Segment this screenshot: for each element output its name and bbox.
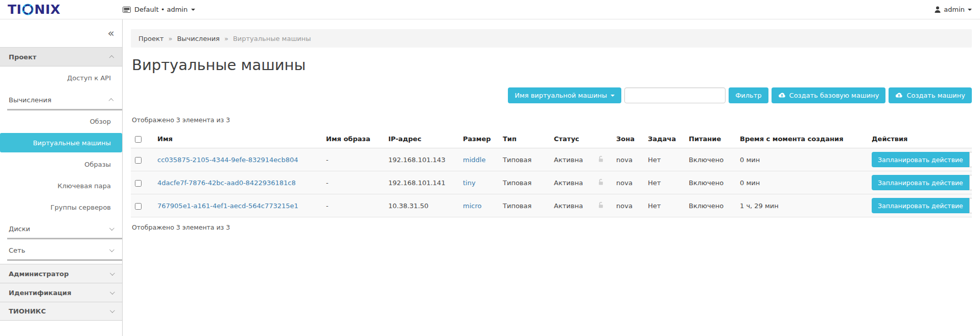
chevron-down-icon <box>110 308 115 313</box>
sidebar-item-label: Группы серверов <box>51 204 111 211</box>
sidebar-section-label: ТИОНИКС <box>9 307 46 315</box>
unlock-icon <box>597 155 604 163</box>
sidebar-item-images[interactable]: Образы <box>0 153 122 175</box>
sidebar-item-virtual-machines[interactable]: Виртуальные машины <box>0 133 122 152</box>
chevron-up-icon <box>109 55 114 60</box>
unlock-icon <box>597 178 604 186</box>
zone-cell: nova <box>612 194 644 217</box>
age-cell: 0 мин <box>736 171 868 194</box>
create-base-machine-label: Создать базовую машину <box>789 92 879 99</box>
sidebar-collapse-button[interactable]: « <box>108 28 114 39</box>
breadcrumb-current: Виртуальные машины <box>233 35 311 42</box>
filter-field-dropdown[interactable]: Имя виртуальной машины <box>508 87 621 103</box>
tionix-logo[interactable]: TI NIX <box>0 3 123 16</box>
column-header-age[interactable]: Время с момента создания <box>736 130 868 148</box>
sidebar-item-label: Доступ к API <box>67 74 111 82</box>
sidebar-item-api-access[interactable]: Доступ к API <box>0 66 122 89</box>
filter-button-label: Фильтр <box>735 92 761 99</box>
column-header-image[interactable]: Имя образа <box>322 130 384 148</box>
filter-button[interactable]: Фильтр <box>729 87 768 103</box>
sidebar-section-label: Проект <box>9 53 36 61</box>
task-cell: Нет <box>644 148 685 171</box>
sidebar: « Проект Доступ к API Вычисления Обзор В… <box>0 19 123 336</box>
sidebar-section-network[interactable]: Сеть <box>0 239 122 261</box>
flavor-link[interactable]: middle <box>463 156 485 164</box>
create-machine-button[interactable]: Создать машину <box>889 87 972 103</box>
row-checkbox[interactable] <box>135 157 142 164</box>
sidebar-section-label: Администратор <box>9 270 68 278</box>
vm-name-link[interactable]: cc035875-2105-4344-9efe-832914ecb804 <box>157 156 298 164</box>
column-header-type[interactable]: Тип <box>499 130 550 148</box>
vm-name-link[interactable]: 4dacfe7f-7876-42bc-aad0-8422936181c8 <box>157 179 296 187</box>
create-machine-label: Создать машину <box>906 92 965 99</box>
power-cell: Включено <box>685 194 736 217</box>
sidebar-section-project[interactable]: Проект <box>0 48 122 66</box>
type-cell: Типовая <box>499 171 550 194</box>
column-header-size[interactable]: Размер <box>459 130 499 148</box>
column-header-status[interactable]: Статус <box>550 130 590 148</box>
image-name-cell: - <box>322 148 384 171</box>
table-row: 4dacfe7f-7876-42bc-aad0-8422936181c8 - 1… <box>131 171 972 194</box>
row-checkbox[interactable] <box>135 180 142 187</box>
items-shown-summary: Отображено 3 элемента из 3 <box>132 116 972 124</box>
chevron-down-icon <box>110 289 115 295</box>
flavor-link[interactable]: tiny <box>463 179 476 187</box>
sidebar-item-server-groups[interactable]: Группы серверов <box>0 196 122 218</box>
chevron-down-icon <box>109 247 114 252</box>
column-header-name[interactable]: Имя <box>153 130 322 148</box>
cloud-upload-icon <box>895 93 903 98</box>
cloud-upload-icon <box>778 93 786 98</box>
sidebar-section-compute[interactable]: Вычисления <box>0 89 122 110</box>
sidebar-section-admin[interactable]: Администратор <box>0 264 122 283</box>
sidebar-item-label: Обзор <box>90 118 111 125</box>
actions-dropdown-toggle[interactable] <box>969 152 972 167</box>
table-controls: Имя виртуальной машины Фильтр Создать ба… <box>131 87 972 103</box>
flavor-link[interactable]: micro <box>463 202 481 210</box>
ip-cell: 10.38.31.50 <box>384 194 459 217</box>
create-base-machine-button[interactable]: Создать базовую машину <box>772 87 886 103</box>
sidebar-top: « <box>0 19 122 48</box>
age-cell: 1 ч, 29 мин <box>736 194 868 217</box>
sidebar-section-label: Вычисления <box>9 96 52 104</box>
sidebar-section-tionix[interactable]: ТИОНИКС <box>0 302 122 321</box>
chevron-down-icon <box>110 271 115 276</box>
sidebar-section-volumes[interactable]: Диски <box>0 218 122 239</box>
sidebar-item-overview[interactable]: Обзор <box>0 110 122 132</box>
actions-dropdown-toggle[interactable] <box>969 175 972 190</box>
column-header-task[interactable]: Задача <box>644 130 685 148</box>
column-header-power[interactable]: Питание <box>685 130 736 148</box>
schedule-action-button[interactable]: Запланировать действие <box>872 175 969 190</box>
row-checkbox[interactable] <box>135 203 142 210</box>
actions-dropdown-toggle[interactable] <box>969 198 972 213</box>
chevron-down-icon <box>611 95 615 97</box>
schedule-action-button[interactable]: Запланировать действие <box>872 152 969 167</box>
column-header-ip[interactable]: IP-адрес <box>384 130 459 148</box>
sidebar-section-label: Сеть <box>9 247 25 254</box>
vm-name-link[interactable]: 767905e1-a161-4ef1-aecd-564c773215e1 <box>157 202 298 210</box>
status-cell: Активна <box>550 194 590 217</box>
status-cell: Активна <box>550 171 590 194</box>
filter-field-label: Имя виртуальной машины <box>515 92 607 99</box>
logo-text-left: TI <box>8 3 21 16</box>
sidebar-section-label: Идентификация <box>9 289 72 297</box>
logo-swirl-icon <box>22 4 34 15</box>
breadcrumb-separator: » <box>224 35 228 42</box>
project-context-dropdown[interactable]: Default • admin <box>123 6 195 13</box>
breadcrumb-compute[interactable]: Вычисления <box>177 35 220 42</box>
ip-cell: 192.168.101.141 <box>384 171 459 194</box>
user-menu[interactable]: admin <box>935 6 980 13</box>
select-all-checkbox[interactable] <box>135 136 142 143</box>
sidebar-section-identity[interactable]: Идентификация <box>0 283 122 302</box>
image-name-cell: - <box>322 194 384 217</box>
page-title: Виртуальные машины <box>132 56 972 74</box>
schedule-action-button[interactable]: Запланировать действие <box>872 198 969 213</box>
type-cell: Типовая <box>499 148 550 171</box>
ip-cell: 192.168.101.143 <box>384 148 459 171</box>
column-header-zone[interactable]: Зона <box>612 130 644 148</box>
sidebar-item-keypair[interactable]: Ключевая пара <box>0 175 122 196</box>
vm-table: Имя Имя образа IP-адрес Размер Тип Стату… <box>131 130 972 217</box>
breadcrumb-project[interactable]: Проект <box>138 35 164 42</box>
age-cell: 0 мин <box>736 148 868 171</box>
filter-input[interactable] <box>624 87 726 103</box>
sidebar-item-label: Ключевая пара <box>58 182 111 190</box>
